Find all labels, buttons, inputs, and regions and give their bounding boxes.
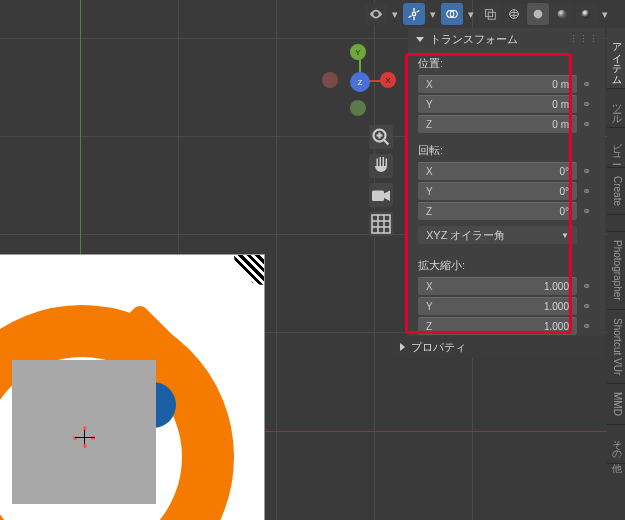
header-toolbar: ▾ ▾ ▾ ▾: [365, 2, 611, 26]
shading-matcap-icon[interactable]: [551, 3, 573, 25]
rotation-mode-select[interactable]: XYZ オイラー角▼: [418, 226, 577, 244]
location-label: 位置:: [418, 56, 595, 71]
scale-y-field[interactable]: Y1.000: [418, 297, 577, 315]
gizmo-x: X: [380, 72, 396, 88]
collapse-icon: [416, 37, 424, 42]
zoom-icon[interactable]: [369, 125, 393, 149]
lock-icon[interactable]: ⚭: [577, 280, 595, 293]
lock-icon[interactable]: ⚭: [577, 300, 595, 313]
grid-icon[interactable]: [369, 212, 393, 236]
shading-render-icon[interactable]: [575, 3, 597, 25]
lock-icon[interactable]: ⚭: [577, 320, 595, 333]
dropdown-icon[interactable]: ▾: [465, 3, 477, 25]
lock-icon[interactable]: ⚭: [577, 205, 595, 218]
orientation-gizmo[interactable]: X Y Z: [320, 40, 400, 120]
3d-cursor: [75, 428, 95, 448]
tab-edit[interactable]: 編集: [607, 215, 625, 232]
camera-icon[interactable]: [369, 183, 393, 207]
svg-line-13: [409, 16, 412, 18]
svg-rect-4: [372, 191, 384, 202]
gizmo-toggle-icon[interactable]: [403, 3, 425, 25]
scale-label: 拡大縮小:: [418, 258, 595, 273]
rotation-y-field[interactable]: Y0°: [418, 182, 577, 200]
svg-rect-17: [486, 10, 493, 17]
visibility-icon[interactable]: [365, 3, 387, 25]
drag-icon: ⋮⋮⋮: [569, 34, 599, 44]
gizmo-y: Y: [350, 44, 366, 60]
location-z-field[interactable]: Z0 m: [418, 115, 577, 133]
shading-solid-icon[interactable]: [527, 3, 549, 25]
scale-x-field[interactable]: X1.000: [418, 277, 577, 295]
svg-point-23: [558, 10, 567, 19]
tab-shortcut[interactable]: Shortcut VUr: [607, 310, 625, 384]
tab-tool[interactable]: ツール: [607, 89, 625, 128]
lock-icon[interactable]: ⚭: [577, 98, 595, 111]
lock-icon[interactable]: ⚭: [577, 118, 595, 131]
tab-view[interactable]: ビュー: [607, 128, 625, 168]
dropdown-icon[interactable]: ▾: [389, 3, 401, 25]
lock-icon[interactable]: ⚭: [577, 185, 595, 198]
side-tabs: アイテム ツール ビュー Create 編集 Photographer Shor…: [607, 28, 625, 464]
svg-point-24: [582, 10, 591, 19]
location-y-field[interactable]: Y0 m: [418, 95, 577, 113]
lock-icon[interactable]: ⚭: [577, 78, 595, 91]
rotation-z-field[interactable]: Z0°: [418, 202, 577, 220]
svg-point-22: [534, 10, 543, 19]
panel-header-properties[interactable]: プロパティ: [392, 336, 605, 358]
panel-title: プロパティ: [411, 340, 466, 355]
svg-rect-18: [488, 12, 495, 19]
svg-line-1: [384, 140, 389, 145]
expand-icon: [400, 343, 405, 351]
xray-icon[interactable]: [479, 3, 501, 25]
rotation-x-field[interactable]: X0°: [418, 162, 577, 180]
dropdown-icon[interactable]: ▾: [599, 3, 611, 25]
tab-item[interactable]: アイテム: [607, 28, 625, 89]
svg-line-14: [417, 11, 420, 13]
shading-wire-icon[interactable]: [503, 3, 525, 25]
location-x-field[interactable]: X0 m: [418, 75, 577, 93]
tab-photographer[interactable]: Photographer: [607, 232, 625, 310]
scale-z-field[interactable]: Z1.000: [418, 317, 577, 335]
tab-mmd[interactable]: MMD: [607, 384, 625, 425]
dropdown-icon[interactable]: ▾: [427, 3, 439, 25]
panel-header-transform[interactable]: トランスフォーム ⋮⋮⋮: [408, 28, 605, 50]
rotation-label: 回転:: [418, 143, 595, 158]
tab-create[interactable]: Create: [607, 168, 625, 215]
panel-title: トランスフォーム: [430, 32, 518, 47]
transform-panel: トランスフォーム ⋮⋮⋮ 位置: X0 m⚭ Y0 m⚭ Z0 m⚭ 回転: X…: [408, 28, 605, 345]
overlays-icon[interactable]: [441, 3, 463, 25]
tab-other[interactable]: その他: [607, 425, 625, 464]
svg-rect-5: [372, 215, 390, 233]
svg-point-10: [412, 12, 416, 16]
pan-icon[interactable]: [369, 154, 393, 178]
lock-icon[interactable]: ⚭: [577, 165, 595, 178]
gizmo-z: Z: [350, 72, 370, 92]
